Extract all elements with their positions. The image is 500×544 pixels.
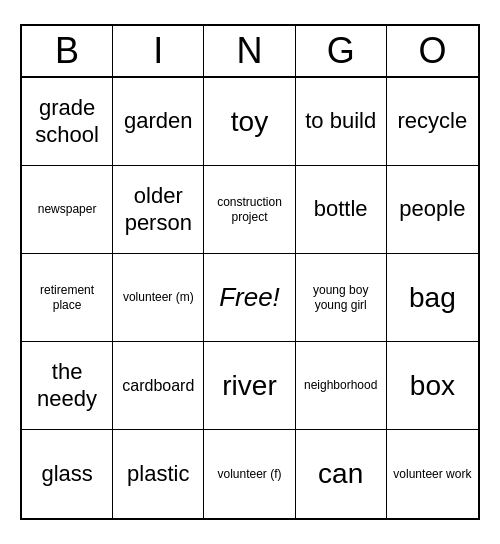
cell-text: young boy young girl [300,283,382,312]
bingo-cell: the needy [22,342,113,430]
bingo-cell: plastic [113,430,204,518]
bingo-cell: glass [22,430,113,518]
cell-text: glass [41,461,92,487]
bingo-card: BINGO grade schoolgardentoyto buildrecyc… [20,24,480,520]
cell-text: river [222,369,276,403]
bingo-cell: can [296,430,387,518]
bingo-cell: grade school [22,78,113,166]
bingo-cell: volunteer work [387,430,478,518]
bingo-grid: grade schoolgardentoyto buildrecyclenews… [22,78,478,518]
bingo-cell: older person [113,166,204,254]
bingo-cell: construction project [204,166,295,254]
header-letter: O [387,26,478,76]
cell-text: newspaper [38,202,97,216]
cell-text: bag [409,281,456,315]
bingo-cell: volunteer (f) [204,430,295,518]
header-letter: G [296,26,387,76]
bingo-cell: newspaper [22,166,113,254]
cell-text: older person [117,183,199,236]
cell-text: volunteer (m) [123,290,194,304]
cell-text: toy [231,105,268,139]
cell-text: volunteer work [393,467,471,481]
bingo-cell: people [387,166,478,254]
bingo-cell: bottle [296,166,387,254]
cell-text: cardboard [122,376,194,395]
bingo-cell: to build [296,78,387,166]
header-letter: B [22,26,113,76]
cell-text: to build [305,108,376,134]
bingo-cell: river [204,342,295,430]
cell-text: bottle [314,196,368,222]
bingo-header: BINGO [22,26,478,78]
bingo-cell: young boy young girl [296,254,387,342]
bingo-cell: cardboard [113,342,204,430]
bingo-cell: retirement place [22,254,113,342]
bingo-cell: garden [113,78,204,166]
cell-text: Free! [219,282,280,313]
cell-text: retirement place [26,283,108,312]
cell-text: construction project [208,195,290,224]
cell-text: garden [124,108,193,134]
header-letter: N [204,26,295,76]
bingo-cell: Free! [204,254,295,342]
bingo-cell: box [387,342,478,430]
bingo-cell: recycle [387,78,478,166]
bingo-cell: toy [204,78,295,166]
cell-text: can [318,457,363,491]
bingo-cell: neighborhood [296,342,387,430]
cell-text: box [410,369,455,403]
bingo-cell: volunteer (m) [113,254,204,342]
bingo-cell: bag [387,254,478,342]
cell-text: people [399,196,465,222]
header-letter: I [113,26,204,76]
cell-text: plastic [127,461,189,487]
cell-text: grade school [26,95,108,148]
cell-text: the needy [26,359,108,412]
cell-text: neighborhood [304,378,377,392]
cell-text: volunteer (f) [217,467,281,481]
cell-text: recycle [398,108,468,134]
